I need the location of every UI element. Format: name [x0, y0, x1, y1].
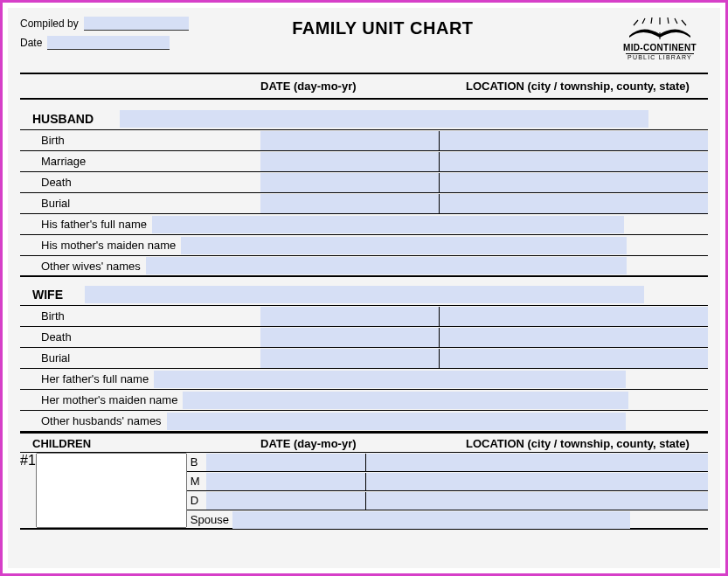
husband-marriage-row: Marriage: [20, 151, 708, 172]
husband-mother-row: His mother's maiden name: [20, 235, 708, 256]
marriage-code: M: [187, 472, 206, 490]
wife-father-label: Her father's full name: [41, 372, 149, 385]
compiled-by-label: Compiled by: [20, 17, 79, 30]
husband-father-input[interactable]: [152, 216, 624, 233]
row-label: Death: [20, 172, 260, 192]
death-code: D: [187, 491, 206, 510]
location-column-header: LOCATION (city / township, county, state…: [440, 80, 708, 93]
children-loc-col: LOCATION (city / township, county, state…: [440, 437, 708, 450]
wife-mother-input[interactable]: [183, 392, 628, 409]
library-logo: MID-CONTINENT PUBLIC LIBRARY: [612, 17, 708, 61]
husband-death-date[interactable]: [260, 173, 440, 192]
date-column-header: DATE (day-mo-yr): [260, 80, 440, 93]
child-1-number: #1: [20, 453, 36, 528]
wife-other-row: Other husbands' names: [20, 411, 708, 432]
row-label: Burial: [20, 348, 260, 368]
compiled-by-row: Compiled by: [20, 17, 189, 31]
husband-father-row: His father's full name: [20, 214, 708, 235]
org-subtitle: PUBLIC LIBRARY: [626, 53, 694, 60]
wife-other-input[interactable]: [167, 413, 626, 430]
husband-burial-date[interactable]: [260, 194, 440, 213]
husband-label: HUSBAND: [32, 112, 120, 126]
row-label: Birth: [20, 306, 260, 326]
children-date-col: DATE (day-mo-yr): [260, 437, 440, 450]
wife-mother-label: Her mother's maiden name: [41, 393, 177, 406]
husband-death-row: Death: [20, 172, 708, 193]
child-1-spouse-row: Spouse: [187, 510, 708, 530]
wife-birth-date[interactable]: [260, 307, 440, 326]
org-name: MID-CONTINENT: [612, 43, 708, 52]
husband-other-row: Other wives' names: [20, 256, 708, 277]
header-area: Compiled by Date FAMILY UNIT CHART MID-C…: [20, 17, 708, 69]
wife-name-input[interactable]: [85, 286, 644, 303]
form-sheet: Compiled by Date FAMILY UNIT CHART MID-C…: [8, 8, 720, 568]
wife-burial-date[interactable]: [260, 349, 440, 368]
date-input[interactable]: [47, 36, 170, 50]
wife-birth-location[interactable]: [440, 307, 708, 326]
husband-birth-date[interactable]: [260, 131, 440, 150]
husband-other-label: Other wives' names: [41, 260, 141, 273]
husband-header: HUSBAND: [20, 107, 708, 130]
wife-other-label: Other husbands' names: [41, 414, 162, 427]
child-1-spouse-input[interactable]: [232, 511, 630, 529]
husband-marriage-location[interactable]: [440, 152, 708, 171]
date-label: Date: [20, 37, 42, 49]
birth-code: B: [187, 453, 206, 471]
wife-mother-row: Her mother's maiden name: [20, 390, 708, 411]
children-label: CHILDREN: [32, 437, 260, 450]
child-1-birth-loc[interactable]: [366, 454, 708, 471]
husband-death-location[interactable]: [440, 173, 708, 192]
child-1-death-row: D: [187, 491, 708, 510]
children-header: CHILDREN DATE (day-mo-yr) LOCATION (city…: [20, 432, 708, 453]
wife-header: WIFE: [20, 282, 708, 306]
form-title: FAMILY UNIT CHART: [189, 17, 612, 38]
outer-frame: Compiled by Date FAMILY UNIT CHART MID-C…: [0, 0, 728, 576]
wife-death-row: Death: [20, 327, 708, 348]
child-1-death-loc[interactable]: [366, 492, 708, 510]
husband-other-input[interactable]: [146, 257, 627, 274]
wife-father-row: Her father's full name: [20, 369, 708, 390]
husband-name-input[interactable]: [120, 110, 648, 128]
compiled-by-input[interactable]: [84, 17, 189, 31]
child-1-birth-row: B: [187, 453, 708, 472]
book-icon: [612, 17, 708, 43]
husband-father-label: His father's full name: [41, 218, 147, 231]
date-row: Date: [20, 36, 189, 50]
wife-death-location[interactable]: [440, 328, 708, 347]
husband-birth-row: Birth: [20, 130, 708, 151]
wife-death-date[interactable]: [260, 328, 440, 347]
husband-marriage-date[interactable]: [260, 152, 440, 171]
wife-burial-row: Burial: [20, 348, 708, 369]
child-1-marriage-row: M: [187, 472, 708, 491]
row-label: Death: [20, 327, 260, 347]
spouse-code: Spouse: [187, 510, 232, 528]
husband-burial-row: Burial: [20, 193, 708, 214]
child-1-birth-date[interactable]: [206, 454, 366, 471]
wife-father-input[interactable]: [154, 371, 626, 388]
child-1-marriage-loc[interactable]: [366, 473, 708, 490]
wife-label: WIFE: [32, 288, 85, 302]
meta-block: Compiled by Date: [20, 17, 189, 55]
husband-birth-location[interactable]: [440, 131, 708, 150]
divider: [20, 73, 708, 74]
husband-mother-label: His mother's maiden name: [41, 239, 176, 252]
husband-burial-location[interactable]: [440, 194, 708, 213]
child-1-death-date[interactable]: [206, 492, 366, 510]
child-1-block: #1 B M D Spouse: [20, 453, 708, 530]
row-label: Burial: [20, 193, 260, 213]
child-1-marriage-date[interactable]: [206, 473, 366, 490]
wife-burial-location[interactable]: [440, 349, 708, 368]
divider: [20, 98, 708, 100]
husband-mother-input[interactable]: [181, 237, 627, 254]
child-1-name-input[interactable]: [36, 453, 187, 528]
column-headers: DATE (day-mo-yr) LOCATION (city / townsh…: [20, 76, 708, 94]
row-label: Marriage: [20, 151, 260, 171]
row-label: Birth: [20, 130, 260, 150]
wife-birth-row: Birth: [20, 306, 708, 327]
